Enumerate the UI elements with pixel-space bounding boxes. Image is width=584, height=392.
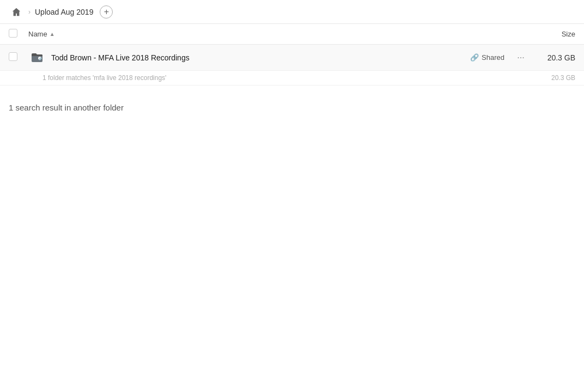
- match-info-size: 20.3 GB: [537, 74, 575, 82]
- shared-badge: 🔗 Shared: [470, 53, 504, 62]
- other-results-section: 1 search result in another folder: [0, 85, 584, 121]
- breadcrumb-bar: › Upload Aug 2019 +: [0, 0, 584, 24]
- table-header: Name ▲ Size: [0, 24, 584, 45]
- shared-label: Shared: [482, 53, 504, 62]
- row-checkbox-container[interactable]: [9, 52, 28, 63]
- match-info-text: 1 folder matches 'mfa live 2018 recordin…: [42, 74, 537, 82]
- file-name: Todd Brown - MFA Live 2018 Recordings: [51, 53, 470, 62]
- match-info-row: 1 folder matches 'mfa live 2018 recordin…: [0, 71, 584, 85]
- add-button[interactable]: +: [100, 5, 113, 19]
- more-options-button[interactable]: ···: [513, 50, 528, 65]
- name-column-label: Name: [28, 30, 47, 38]
- other-results-text: 1 search result in another folder: [9, 103, 124, 112]
- sort-arrow-icon: ▲: [50, 31, 55, 37]
- select-all-checkbox-container[interactable]: [9, 29, 28, 39]
- breadcrumb-label: Upload Aug 2019: [35, 8, 93, 16]
- breadcrumb-chevron-icon: ›: [28, 8, 31, 16]
- home-button[interactable]: [9, 4, 24, 20]
- size-column-header: Size: [532, 30, 575, 38]
- select-all-checkbox[interactable]: [9, 29, 17, 38]
- svg-text:🔗: 🔗: [39, 57, 42, 60]
- row-checkbox[interactable]: [9, 52, 17, 61]
- folder-icon: 🔗: [28, 49, 46, 66]
- table-row[interactable]: 🔗 Todd Brown - MFA Live 2018 Recordings …: [0, 45, 584, 71]
- name-column-header[interactable]: Name ▲: [28, 30, 532, 38]
- file-size: 20.3 GB: [537, 53, 575, 62]
- link-icon: 🔗: [470, 53, 479, 62]
